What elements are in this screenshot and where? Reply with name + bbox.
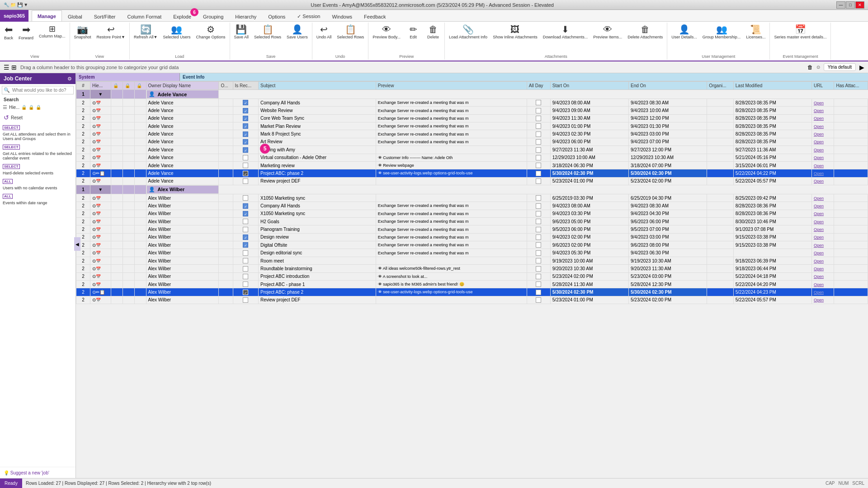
row-url[interactable]: Open	[811, 288, 834, 296]
load-attachment-info-btn[interactable]: 📎 Load Attachment Info	[447, 23, 490, 41]
row-url[interactable]: Open	[811, 241, 834, 249]
row-icons[interactable]: ⊙📅	[90, 138, 111, 145]
col-hier[interactable]: Hie...	[90, 82, 111, 90]
save-users-btn[interactable]: 👤 Save Users	[284, 23, 310, 41]
table-row[interactable]: 2 ⊙📅 Alex Wilber ✓ X1050 Marketing sync …	[76, 210, 868, 217]
col-start[interactable]: Start On	[550, 82, 628, 90]
table-row[interactable]: 1 ▼ 👤 Adele Vance	[76, 90, 868, 99]
table-row[interactable]: 2 ⊙📅 Alex Wilber Design editorial sync E…	[76, 249, 868, 257]
table-row[interactable]: 2 ⊙📅 Adele Vance Review project DEF 5/23…	[76, 177, 868, 185]
back-btn[interactable]: ⬅ Back	[2, 23, 15, 42]
col-allday[interactable]: All Day	[527, 82, 550, 90]
row-icons[interactable]: ⊙📅	[90, 154, 111, 161]
row-url[interactable]: Open	[811, 265, 834, 272]
save-all-btn[interactable]: 💾 Save All	[232, 23, 251, 41]
row-icons[interactable]: ⊙📅	[90, 202, 111, 210]
row-url[interactable]: Open	[811, 154, 834, 161]
table-row[interactable]: 2 ⊙📅 Alex Wilber ✓ Design review Exchang…	[76, 233, 868, 241]
row-url[interactable]: Open	[811, 161, 834, 169]
row-icons[interactable]: ⊙📅	[90, 257, 111, 264]
row-url[interactable]: Open	[811, 272, 834, 280]
selected-rows-btn[interactable]: 📋 Selected Rows	[252, 23, 283, 41]
table-row[interactable]: 2 ⊙📅 Alex Wilber X1050 Marketing sync 6/…	[76, 194, 868, 202]
row-url[interactable]: Open	[811, 146, 834, 154]
row-icons[interactable]: ⊙📅	[90, 130, 111, 138]
table-row[interactable]: 2 ⊙📅 Alex Wilber ✓ Company All Hands Exc…	[76, 202, 868, 210]
restore-point-btn[interactable]: ↩ Restore Point▼	[94, 23, 127, 41]
row-icons[interactable]: ⊙📅	[90, 114, 111, 122]
delete-attachments-btn[interactable]: 🗑 Delete Attachments	[625, 23, 665, 41]
row-icons[interactable]: ⊙✏📋	[90, 169, 111, 177]
tab-session[interactable]: ✓ Session	[291, 11, 326, 21]
group-expand[interactable]: ▼	[90, 185, 111, 194]
col-subject[interactable]: Subject	[259, 82, 376, 90]
row-icons[interactable]: ⊙📅	[90, 146, 111, 154]
sidebar-item-hard-delete[interactable]: SELECT Hard-delete selected events	[0, 162, 75, 177]
row-url[interactable]: Open	[811, 122, 834, 130]
table-row[interactable]: 2 ⊙📅 Alex Wilber Review project DEF 5/23…	[76, 296, 868, 304]
row-url[interactable]: Open	[811, 107, 834, 114]
licenses-btn[interactable]: 📜 Licenses...	[744, 23, 768, 41]
table-row[interactable]: 2 ⊙📅 Adele Vance ✓ Company All Hands Exc…	[76, 99, 868, 107]
table-row[interactable]: 2 ⊙📅 Alex Wilber ✓ Digital Offsite Excha…	[76, 241, 868, 249]
filter-chip[interactable]: Ytria default	[824, 63, 856, 71]
table-row[interactable]: 2 ⊙📅 Alex Wilber Roundtable brainstormin…	[76, 265, 868, 272]
row-icons[interactable]: ⊙📅	[90, 177, 111, 185]
row-url[interactable]: Open	[811, 296, 834, 304]
col-modified[interactable]: Last Modified	[733, 82, 811, 90]
undo-all-btn[interactable]: ↩ Undo All	[314, 23, 334, 41]
table-row[interactable]: 2 ⊙📅 Alex Wilber Project ABC introductio…	[76, 272, 868, 280]
row-icons[interactable]: ⊙📅	[90, 265, 111, 272]
row-url[interactable]: Open	[811, 99, 834, 107]
row-url[interactable]: Open	[811, 257, 834, 264]
col-rec[interactable]: Is Rec...	[233, 82, 259, 90]
row-icons[interactable]: ⊙📅	[90, 272, 111, 280]
sidebar-item-events-date-range[interactable]: ALL Events within date range	[0, 192, 75, 207]
col-lock1[interactable]: 🔒	[111, 82, 123, 90]
row-url[interactable]: Open	[811, 218, 834, 225]
table-row[interactable]: 1 ▼ 👤 Alex Wilber	[76, 185, 868, 194]
quick-access-toolbar[interactable]: 🔧 📁 💾 ▼	[4, 2, 28, 7]
row-url[interactable]: Open	[811, 225, 834, 233]
col-num[interactable]: #	[76, 82, 90, 90]
table-row[interactable]: 2 ⊙✏📋 Alex Wilber ✓ Project ABC: phase 2…	[76, 288, 868, 296]
tab-global[interactable]: Global	[62, 11, 88, 21]
table-row[interactable]: 2 ⊙📅 Adele Vance Marketing review 👁 Revi…	[76, 161, 868, 169]
table-row[interactable]: 2 ⊙📅 Adele Vance ✓ Briefing with Amy 9/2…	[76, 146, 868, 154]
col-org[interactable]: Organi...	[707, 82, 734, 90]
win-min-btn[interactable]: —	[836, 1, 845, 9]
table-row[interactable]: 2 ⊙📅 Alex Wilber Planogram Training Exch…	[76, 225, 868, 233]
row-url[interactable]: Open	[811, 114, 834, 122]
undo-selected-rows-btn[interactable]: 📋 Selected Rows	[335, 23, 366, 41]
sidebar-collapse-btn[interactable]: ◀	[74, 237, 76, 251]
tab-manage[interactable]: Manage	[32, 10, 62, 21]
edit-btn[interactable]: ✏ Edit	[404, 23, 423, 41]
row-icons[interactable]: ⊙📅	[90, 218, 111, 225]
table-row[interactable]: 2 ⊙📅 Alex Wilber H2 Goals Exchange Serve…	[76, 218, 868, 225]
snapshot-btn[interactable]: 📷 Snapshot	[72, 23, 94, 41]
row-url[interactable]: Open	[811, 202, 834, 210]
sidebar-settings-icon[interactable]: ⚙	[67, 76, 72, 82]
group-membership-btn[interactable]: 👥 Group Membership...	[700, 23, 743, 41]
row-icons[interactable]: ⊙📅	[90, 107, 111, 114]
show-inline-attachments-btn[interactable]: 🖼 Show Inline Attachments	[491, 23, 540, 41]
data-table[interactable]: # Hie... 🔒 🔒 🔒 Owner Display Name O... I…	[76, 81, 868, 478]
sidebar-item-get-all-attendees[interactable]: SELECT Get ALL attendees and select them…	[0, 123, 75, 143]
win-max-btn[interactable]: □	[846, 1, 855, 9]
col-preview[interactable]: Preview	[376, 82, 527, 90]
row-icons[interactable]: ⊙📅	[90, 241, 111, 249]
preview-body-btn[interactable]: 👁 Preview Body...	[370, 23, 403, 41]
tab-hierarchy[interactable]: Hierarchy	[229, 11, 262, 21]
row-url[interactable]: Open	[811, 280, 834, 288]
sidebar-search-input[interactable]	[11, 87, 73, 94]
table-row[interactable]: 2 ⊙📅 Adele Vance Virtual consultation - …	[76, 154, 868, 161]
row-icons[interactable]: ⊙📅	[90, 249, 111, 257]
refresh-all-btn[interactable]: 🔄 Refresh All▼	[132, 23, 160, 41]
series-master-btn[interactable]: 📅 Series master event details...	[772, 23, 829, 41]
user-details-btn[interactable]: 👤 User Details...	[669, 23, 699, 41]
row-icons[interactable]: ⊙📅	[90, 296, 111, 304]
row-icons[interactable]: ⊙📅	[90, 280, 111, 288]
table-row[interactable]: 2 ⊙📅 Alex Wilber Room meet 9/19/2023 10:…	[76, 257, 868, 264]
col-end[interactable]: End On	[629, 82, 707, 90]
selected-users-btn[interactable]: 👥 Selected Users	[160, 23, 193, 41]
